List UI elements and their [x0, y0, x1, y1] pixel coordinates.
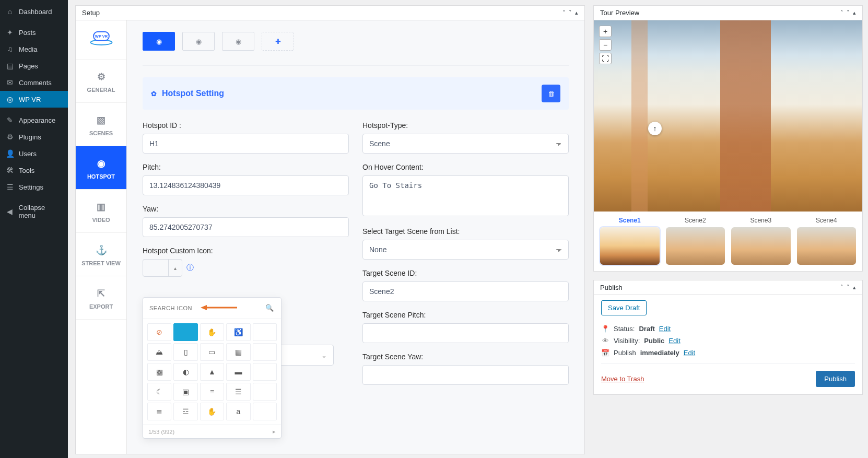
vtab-hotspot[interactable]: ◉HOTSPOT [76, 146, 126, 190]
thumb-scene2[interactable]: Scene2 [666, 217, 725, 265]
target-list-select[interactable]: None [362, 240, 569, 260]
field-target-pitch: Target Scene Pitch: [362, 311, 569, 343]
menu-comments[interactable]: ✉Comments [0, 74, 68, 91]
icon-blank3[interactable] [253, 363, 277, 381]
tour-preview-panel: Tour Preview ˄ ˅ ▴ + − ⛶ ↑ Scene1 [593, 5, 863, 272]
target-pitch-label: Target Scene Pitch: [362, 311, 569, 319]
yaw-input[interactable] [143, 217, 349, 237]
panel-up-icon[interactable]: ˄ [562, 9, 566, 16]
icon-blank5[interactable] [253, 403, 277, 420]
icon-id[interactable]: ▦ [226, 343, 250, 361]
menu-dashboard[interactable]: ⌂Dashboard [0, 3, 68, 20]
target-id-input[interactable] [362, 281, 569, 301]
icon-accessible[interactable]: ♿ [226, 323, 250, 341]
panel-toggle-icon[interactable]: ▴ [853, 284, 856, 291]
icon-moon[interactable]: ☾ [147, 383, 171, 401]
thumb-scene4[interactable]: Scene4 [797, 217, 857, 265]
menu-pages[interactable]: ▤Pages [0, 57, 68, 74]
menu-tools[interactable]: 🛠Tools [0, 162, 68, 179]
vtab-export[interactable]: ⇱EXPORT [76, 276, 126, 320]
icon-blank4[interactable] [253, 383, 277, 401]
pitch-input[interactable] [143, 175, 349, 195]
hotspot-id-input[interactable] [143, 134, 349, 154]
hotspot-tab-3[interactable]: ◉ [222, 32, 254, 51]
field-target-yaw: Target Scene Yaw: [362, 353, 569, 385]
hotspot-marker[interactable]: ↑ [648, 122, 662, 135]
vtab-scenes[interactable]: ▧SCENES [76, 103, 126, 146]
icon-align-r[interactable]: ☲ [173, 403, 197, 420]
search-icon: 🔍 [265, 304, 274, 312]
icon-ad[interactable]: ▬ [226, 363, 250, 381]
menu-appearance[interactable]: ✎Appearance [0, 112, 68, 128]
publish-button[interactable]: Publish [816, 371, 855, 387]
panorama-viewer[interactable]: + − ⛶ ↑ [594, 20, 862, 212]
icon-blank1[interactable] [253, 323, 277, 341]
field-target-id: Target Scene ID: [362, 269, 569, 301]
icon-mountain[interactable]: ⛰ [147, 343, 171, 361]
icon-triangle[interactable]: ▲ [200, 363, 224, 381]
icon-hand[interactable]: ✋ [200, 323, 224, 341]
icon-contrast[interactable]: ◐ [173, 363, 197, 381]
icon-blank2[interactable] [253, 343, 277, 361]
thumb-scene1[interactable]: Scene1 [600, 217, 660, 265]
hover-label: On Hover Content: [362, 163, 569, 171]
vtab-video[interactable]: ▥VIDEO [76, 190, 126, 233]
icon-palm[interactable]: ✋ [200, 403, 224, 420]
icon-selected[interactable] [173, 323, 197, 341]
hotspot-type-select[interactable]: Scene [362, 134, 569, 154]
panel-down-icon[interactable]: ˅ [569, 9, 572, 16]
icon-align-j[interactable]: ☰ [226, 383, 250, 401]
hotspot-type-label: Hotspot-Type: [362, 121, 569, 130]
menu-media[interactable]: ♫Media [0, 41, 68, 57]
hotspot-section-header: ✿ Hotspot Setting 🗑 [143, 77, 569, 110]
panel-up-icon[interactable]: ˄ [840, 284, 843, 291]
icon-picker-trigger[interactable]: ▴ [143, 259, 182, 277]
icon-grid[interactable]: ▩ [147, 363, 171, 381]
move-to-trash-link[interactable]: Move to Trash [601, 375, 644, 383]
menu-collapse[interactable]: ◀Collapse menu [0, 199, 68, 224]
fullscreen-button[interactable]: ⛶ [599, 53, 612, 64]
hover-textarea[interactable]: Go To Stairs [362, 175, 569, 216]
hotspot-tab-add[interactable]: ✚ [262, 32, 294, 51]
zoom-out-button[interactable]: − [599, 39, 612, 51]
target-list-label: Select Target Scene from List: [362, 227, 569, 236]
brush-icon: ✎ [5, 116, 15, 124]
icon-card[interactable]: ▭ [200, 343, 224, 361]
vtab-general[interactable]: ⚙GENERAL [76, 60, 126, 103]
menu-users[interactable]: 👤Users [0, 145, 68, 162]
info-icon[interactable]: ⓘ [186, 263, 194, 273]
field-target-list: Select Target Scene from List: None [362, 227, 569, 260]
target-yaw-label: Target Scene Yaw: [362, 353, 569, 361]
thumb-scene3[interactable]: Scene3 [731, 217, 791, 265]
custom-icon-label: Hotspot Custom Icon: [143, 246, 349, 255]
target-pitch-input[interactable] [362, 323, 569, 343]
target-yaw-input[interactable] [362, 365, 569, 385]
plug-icon: ⚙ [5, 133, 15, 141]
menu-plugins[interactable]: ⚙Plugins [0, 128, 68, 145]
icon-amazon[interactable]: a [226, 403, 250, 420]
hotspot-tab-2[interactable]: ◉ [182, 32, 215, 51]
menu-settings[interactable]: ☰Settings [0, 179, 68, 195]
panel-toggle-icon[interactable]: ▴ [575, 9, 578, 16]
delete-hotspot-button[interactable]: 🗑 [542, 85, 560, 102]
field-yaw: Yaw: [143, 205, 349, 237]
icon-align-c[interactable]: ≡ [200, 383, 224, 401]
panel-down-icon[interactable]: ˅ [847, 9, 850, 16]
visibility-edit-link[interactable]: Edit [668, 337, 680, 345]
menu-wpvr[interactable]: ◎WP VR [0, 91, 68, 108]
status-edit-link[interactable]: Edit [659, 325, 671, 333]
icon-none[interactable]: ⊘ [147, 323, 171, 341]
save-draft-button[interactable]: Save Draft [601, 300, 647, 315]
icon-book[interactable]: ▯ [173, 343, 197, 361]
hotspot-tab-1[interactable]: ◉ [143, 32, 175, 51]
picker-next-icon[interactable]: ▸ [273, 428, 276, 435]
icon-camera[interactable]: ▣ [173, 383, 197, 401]
schedule-edit-link[interactable]: Edit [684, 349, 695, 357]
panel-up-icon[interactable]: ˄ [840, 9, 843, 16]
panel-toggle-icon[interactable]: ▴ [853, 9, 856, 16]
menu-posts[interactable]: ✦Posts [0, 24, 68, 41]
vtab-street[interactable]: ⚓STREET VIEW [76, 233, 126, 276]
icon-align-l[interactable]: ≣ [147, 403, 171, 420]
zoom-in-button[interactable]: + [599, 26, 612, 37]
panel-down-icon[interactable]: ˅ [847, 284, 850, 291]
